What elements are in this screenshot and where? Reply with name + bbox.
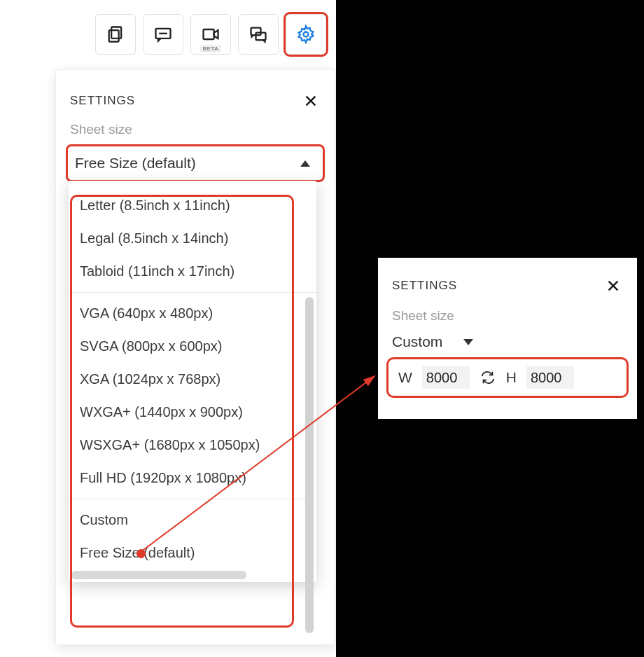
dropdown-item[interactable]: Letter (8.5inch x 11inch) — [69, 189, 316, 222]
chevron-down-icon — [463, 339, 473, 345]
dropdown-item[interactable]: Full HD (1920px x 1080px) — [69, 462, 316, 495]
dropdown-item[interactable]: VGA (640px x 480px) — [69, 297, 316, 330]
svg-rect-1 — [109, 30, 119, 41]
comments-button[interactable] — [143, 14, 183, 55]
sheet-size-select-right[interactable]: Custom — [392, 333, 623, 357]
toolbar: BETA — [0, 14, 333, 56]
height-input[interactable] — [526, 366, 574, 389]
swap-dimensions-button[interactable] — [479, 369, 496, 386]
sheet-size-dropdown: Letter (8.5inch x 11inch)Legal (8.5inch … — [69, 181, 316, 582]
pages-button[interactable] — [95, 14, 136, 55]
height-label: H — [506, 369, 517, 386]
dropdown-item[interactable]: Custom — [69, 504, 316, 537]
dropdown-scroll: Letter (8.5inch x 11inch)Legal (8.5inch … — [69, 185, 316, 574]
dimension-row: W H — [386, 357, 629, 398]
sheet-size-value-right: Custom — [392, 333, 442, 350]
panel-title: SETTINGS — [70, 94, 135, 108]
sheet-size-label: Sheet size — [56, 122, 335, 144]
dropdown-item[interactable]: SVGA (800px x 600px) — [69, 330, 316, 363]
svg-rect-0 — [111, 27, 121, 39]
width-input[interactable] — [422, 366, 470, 389]
dropdown-item[interactable]: XGA (1024px x 768px) — [69, 363, 316, 396]
panel-title-right: SETTINGS — [392, 279, 457, 293]
scrollbar-vertical[interactable] — [305, 297, 314, 633]
width-label: W — [398, 369, 412, 386]
sheet-size-label-right: Sheet size — [392, 308, 623, 333]
settings-button[interactable] — [286, 14, 326, 55]
custom-settings-panel: SETTINGS Sheet size Custom W H — [378, 258, 637, 419]
sheet-size-select[interactable]: Free Size (default) — [66, 144, 325, 182]
dropdown-item[interactable]: WXGA+ (1440px x 900px) — [69, 396, 316, 429]
chat-button[interactable] — [238, 14, 279, 55]
close-button-right[interactable] — [603, 276, 623, 296]
svg-point-7 — [304, 32, 309, 37]
scrollbar-horizontal[interactable] — [71, 571, 246, 579]
sheet-size-value: Free Size (default) — [75, 155, 196, 172]
dropdown-item[interactable]: WSXGA+ (1680px x 1050px) — [69, 429, 316, 462]
svg-rect-4 — [204, 29, 214, 39]
video-button[interactable]: BETA — [190, 14, 231, 55]
beta-badge: BETA — [200, 45, 221, 53]
annotation-dot — [136, 549, 146, 558]
close-button[interactable] — [301, 91, 321, 111]
dropdown-item[interactable]: Free Size (default) — [69, 537, 316, 569]
dropdown-item[interactable]: Tabloid (11inch x 17inch) — [69, 255, 316, 288]
dropdown-item[interactable]: Legal (8.5inch x 14inch) — [69, 222, 316, 255]
chevron-up-icon — [300, 160, 310, 167]
